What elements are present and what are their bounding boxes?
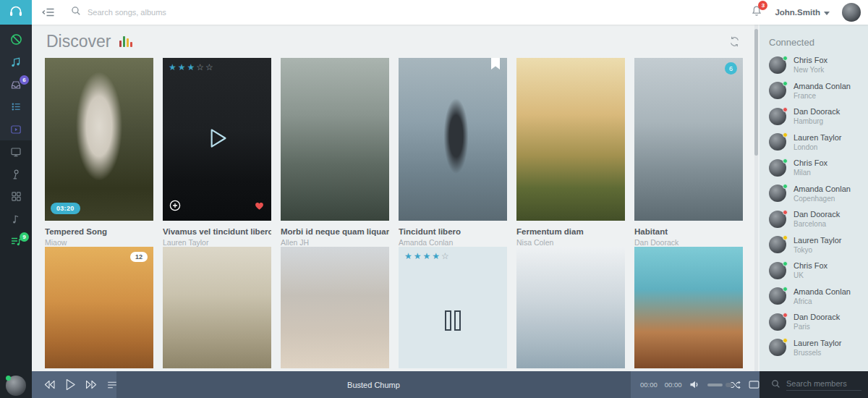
star-filled-icon[interactable]: ★ xyxy=(404,251,414,261)
track-title[interactable]: Morbi id neque quam liquam sollicitudin xyxy=(281,227,389,236)
member-search-input[interactable] xyxy=(786,379,861,391)
next-track-icon[interactable] xyxy=(85,380,98,389)
pause-overlay-icon[interactable] xyxy=(442,309,464,335)
album-card[interactable]: 03:20Tempered SongMiaow xyxy=(45,58,153,247)
album-card[interactable]: Fermentum diamNisa Colen xyxy=(516,58,625,247)
member-item[interactable]: Chris FoxUK xyxy=(760,258,868,284)
add-icon[interactable] xyxy=(169,200,181,214)
track-title[interactable]: Fermentum diam xyxy=(516,227,625,236)
album-card[interactable] xyxy=(281,247,389,368)
sidebar-item-mic[interactable] xyxy=(0,163,32,185)
member-name: Chris Fox xyxy=(793,261,827,270)
album-art-sunset-hills[interactable] xyxy=(516,58,625,221)
star-empty-icon[interactable]: ☆ xyxy=(441,251,451,261)
sidebar-item-music-note[interactable] xyxy=(0,208,32,230)
member-status-dot xyxy=(783,210,788,215)
notifications-button[interactable]: 3 xyxy=(751,5,762,20)
member-status-dot xyxy=(783,158,788,164)
sidebar-item-monitor[interactable] xyxy=(0,140,32,163)
queue-icon[interactable] xyxy=(107,381,117,389)
star-filled-icon[interactable]: ★ xyxy=(423,251,433,261)
previous-track-icon[interactable] xyxy=(43,380,56,389)
album-art-couple-warm[interactable]: 12 xyxy=(45,247,153,368)
user-avatar[interactable] xyxy=(842,3,861,22)
member-item[interactable]: Lauren TaylorLondon xyxy=(760,130,868,156)
album-art-woman-sunglasses[interactable] xyxy=(281,247,389,368)
album-art-man-palm-trees[interactable] xyxy=(634,247,743,368)
user-menu[interactable]: John.Smith xyxy=(775,8,830,17)
star-empty-icon[interactable]: ☆ xyxy=(205,62,215,72)
heart-icon[interactable] xyxy=(254,200,265,214)
album-card[interactable]: ★★★★☆ xyxy=(399,247,507,368)
album-card[interactable] xyxy=(516,247,625,368)
track-title[interactable]: Habitant xyxy=(634,227,743,236)
star-empty-icon[interactable]: ☆ xyxy=(196,62,205,72)
album-art-clouds-sky[interactable] xyxy=(516,247,625,368)
sidebar-item-grid[interactable] xyxy=(0,185,32,208)
member-text: Chris FoxMilan xyxy=(793,158,827,177)
rating-stars[interactable]: ★★★☆☆ xyxy=(169,62,215,72)
track-title[interactable]: Tempered Song xyxy=(45,227,153,236)
member-status-dot xyxy=(783,313,788,318)
album-art-woman-white-dress[interactable]: 03:20 xyxy=(45,58,153,221)
album-art-snow-mountain[interactable]: 6 xyxy=(634,58,743,221)
user-name-label: John.Smith xyxy=(775,8,820,17)
rating-stars[interactable]: ★★★★☆ xyxy=(404,251,451,261)
sidebar-item-inbox[interactable]: 6 xyxy=(0,73,32,96)
album-card[interactable]: Tincidunt liberoAmanda Conlan xyxy=(399,58,507,247)
star-filled-icon[interactable]: ★ xyxy=(187,62,197,72)
card-caption: Vivamus vel tincidunt liberoLauren Taylo… xyxy=(163,221,271,247)
member-item[interactable]: Amanda ConlanFrance xyxy=(760,78,868,104)
sidebar-item-video-play[interactable] xyxy=(0,118,32,140)
search-input[interactable] xyxy=(88,8,305,17)
play-overlay-icon[interactable] xyxy=(202,123,232,156)
member-item[interactable]: Dan DoorackParis xyxy=(760,309,868,335)
scrollbar-thumb[interactable] xyxy=(754,29,758,156)
member-item[interactable]: Amanda ConlanCopenhagen xyxy=(760,181,868,207)
album-card[interactable]: Morbi id neque quam liquam sollicitudinA… xyxy=(281,58,389,247)
connected-title: Connected xyxy=(769,37,868,48)
album-card[interactable]: 6HabitantDan Doorack xyxy=(634,58,743,247)
volume-icon[interactable] xyxy=(689,380,700,389)
member-text: Amanda ConlanAfrica xyxy=(793,287,851,305)
member-item[interactable]: Amanda ConlanAfrica xyxy=(760,284,868,310)
album-art-misty-forest-railway[interactable] xyxy=(281,58,389,221)
sidebar-item-list[interactable] xyxy=(0,96,32,118)
connected-sidebar: Connected Chris FoxNew YorkAmanda Conlan… xyxy=(760,25,868,371)
star-filled-icon[interactable]: ★ xyxy=(169,62,178,72)
volume-slider[interactable] xyxy=(707,384,723,386)
album-card[interactable]: ★★★☆☆Vivamus vel tincidunt liberoLauren … xyxy=(163,58,271,247)
sidebar-item-playlist[interactable]: 9 xyxy=(0,230,32,253)
sidebar-item-circle-slash[interactable] xyxy=(0,28,32,51)
display-icon[interactable] xyxy=(749,381,760,389)
volume-slider-thumb[interactable] xyxy=(726,383,733,387)
track-title[interactable]: Tincidunt libero xyxy=(399,227,507,236)
menu-toggle-icon[interactable] xyxy=(42,7,55,17)
sidebar-profile[interactable] xyxy=(6,376,26,396)
album-art-man-by-lake[interactable] xyxy=(399,58,507,221)
track-title[interactable]: Vivamus vel tincidunt libero xyxy=(163,227,271,236)
bookmark-icon[interactable] xyxy=(491,58,500,72)
album-art-plain-light[interactable]: ★★★★☆ xyxy=(399,247,507,368)
album-card[interactable] xyxy=(634,247,743,368)
member-item[interactable]: Dan DoorackHamburg xyxy=(760,103,868,130)
refresh-icon[interactable] xyxy=(728,35,741,51)
member-item[interactable]: Lauren TaylorBrussels xyxy=(760,335,868,361)
member-avatar xyxy=(769,159,786,177)
star-filled-icon[interactable]: ★ xyxy=(432,251,441,261)
star-filled-icon[interactable]: ★ xyxy=(178,62,187,72)
scrollbar[interactable] xyxy=(754,25,758,371)
album-card[interactable]: 12 xyxy=(45,247,153,368)
play-icon[interactable] xyxy=(65,378,76,391)
app-logo[interactable] xyxy=(0,0,32,25)
star-filled-icon[interactable]: ★ xyxy=(414,251,423,261)
album-art-railway-perspective[interactable] xyxy=(163,247,271,368)
member-item[interactable]: Dan DoorackBarcelona xyxy=(760,206,868,232)
album-art-night-city[interactable]: ★★★☆☆ xyxy=(163,58,271,221)
sidebar-item-music-notes[interactable] xyxy=(0,51,32,73)
member-item[interactable]: Chris FoxNew York xyxy=(760,52,868,78)
album-card[interactable] xyxy=(163,247,271,368)
member-item[interactable]: Chris FoxMilan xyxy=(760,155,868,181)
member-item[interactable]: Lauren TaylorTokyo xyxy=(760,232,868,258)
member-status-dot xyxy=(783,235,788,240)
